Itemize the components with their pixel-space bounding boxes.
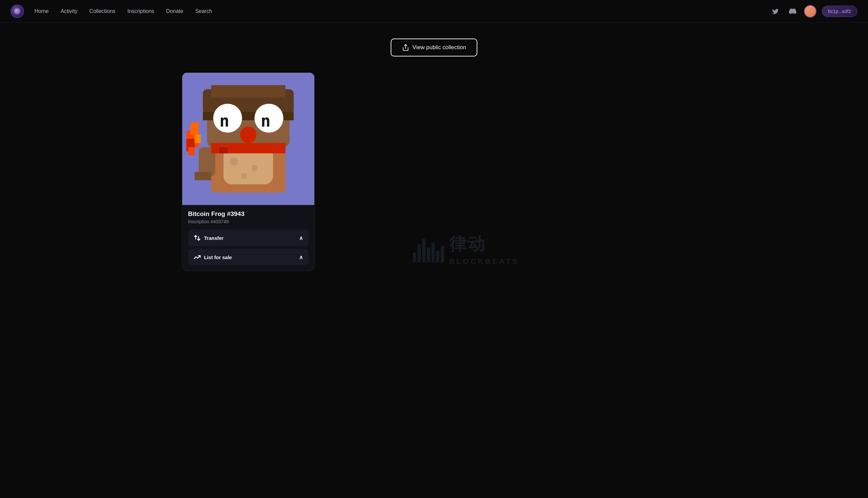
svg-point-24 bbox=[241, 173, 247, 180]
list-chevron: ∧ bbox=[299, 254, 303, 261]
svg-rect-21 bbox=[219, 147, 227, 154]
svg-point-23 bbox=[251, 165, 258, 171]
nft-name: Bitcoin Frog #3943 bbox=[188, 210, 308, 218]
list-label: List for sale bbox=[204, 254, 232, 260]
nft-actions: Transfer ∧ List for sale bbox=[188, 230, 308, 265]
nft-grid: n n bbox=[182, 73, 315, 271]
logo[interactable] bbox=[11, 5, 24, 18]
navbar: Home Activity Collections Inscriptions D… bbox=[0, 0, 868, 23]
view-collection-label: View public collection bbox=[412, 44, 466, 51]
view-collection-button[interactable]: View public collection bbox=[391, 39, 477, 56]
share-icon bbox=[402, 44, 409, 51]
nav-inscriptions[interactable]: Inscriptions bbox=[127, 8, 154, 14]
view-collection-wrapper: View public collection bbox=[182, 39, 687, 56]
transfer-button[interactable]: Transfer ∧ bbox=[188, 230, 308, 246]
nav-home[interactable]: Home bbox=[35, 8, 49, 14]
transfer-icon bbox=[193, 234, 201, 241]
nft-info: Bitcoin Frog #3943 Inscription #403749 T… bbox=[182, 205, 314, 271]
svg-rect-19 bbox=[194, 172, 211, 180]
svg-rect-3 bbox=[190, 122, 199, 134]
avatar[interactable] bbox=[804, 5, 816, 17]
svg-text:n: n bbox=[219, 111, 229, 131]
nav-activity[interactable]: Activity bbox=[61, 8, 78, 14]
svg-point-16 bbox=[240, 127, 257, 143]
twitter-icon[interactable] bbox=[770, 5, 781, 17]
discord-icon[interactable] bbox=[787, 5, 799, 17]
nav-donate[interactable]: Donate bbox=[166, 8, 184, 14]
transfer-label: Transfer bbox=[204, 235, 224, 241]
logo-inner bbox=[14, 8, 20, 14]
svg-rect-10 bbox=[211, 85, 285, 97]
nav-search[interactable]: Search bbox=[195, 8, 212, 14]
nav-right: bc1p...a3f2 bbox=[770, 5, 857, 17]
svg-rect-5 bbox=[194, 135, 201, 143]
svg-rect-6 bbox=[188, 147, 194, 156]
wallet-button[interactable]: bc1p...a3f2 bbox=[822, 6, 857, 17]
nav-links: Home Activity Collections Inscriptions D… bbox=[35, 8, 770, 14]
main-content: View public collection bbox=[168, 23, 700, 287]
list-icon bbox=[193, 253, 201, 261]
nft-inscription: Inscription #403749 bbox=[188, 219, 308, 224]
nav-collections[interactable]: Collections bbox=[89, 8, 115, 14]
svg-text:n: n bbox=[260, 111, 271, 131]
list-for-sale-button[interactable]: List for sale ∧ bbox=[188, 249, 308, 265]
transfer-chevron: ∧ bbox=[299, 235, 303, 241]
nft-image: n n bbox=[182, 73, 314, 205]
svg-point-22 bbox=[230, 157, 238, 166]
nft-card: n n bbox=[182, 73, 315, 271]
